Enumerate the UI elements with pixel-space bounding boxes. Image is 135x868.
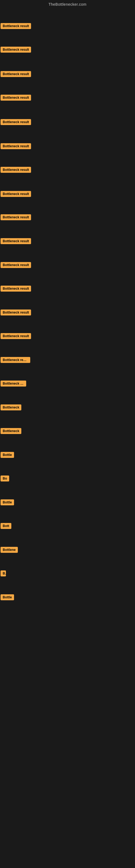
bottleneck-badge-container-21: Bottle (1, 499, 14, 506)
bottleneck-badge-container-25: Bottle (1, 594, 14, 601)
bottleneck-badge-container-5: Bottleneck result (1, 119, 31, 126)
bottleneck-badge-13[interactable]: Bottleneck result (1, 310, 31, 315)
bottleneck-badge-container-4: Bottleneck result (1, 95, 31, 102)
bottleneck-badge-container-7: Bottleneck result (1, 167, 31, 174)
bottleneck-badge-19[interactable]: Bottle (1, 452, 14, 458)
bottleneck-badge-22[interactable]: Bott (1, 523, 11, 529)
bottleneck-badge-container-17: Bottleneck (1, 404, 21, 411)
bottleneck-badge-container-6: Bottleneck result (1, 143, 31, 150)
bottleneck-badge-21[interactable]: Bottle (1, 499, 14, 505)
bottleneck-badge-6[interactable]: Bottleneck result (1, 143, 31, 149)
bottleneck-badge-container-18: Bottleneck (1, 428, 21, 435)
bottleneck-badge-7[interactable]: Bottleneck result (1, 167, 31, 173)
bottleneck-badge-container-23: Bottlene (1, 547, 18, 554)
bottleneck-badge-container-2: Bottleneck result (1, 46, 31, 54)
bottleneck-badge-16[interactable]: Bottleneck result (1, 380, 26, 386)
bottleneck-badge-container-11: Bottleneck result (1, 262, 31, 269)
bottleneck-badge-18[interactable]: Bottleneck (1, 428, 21, 434)
bottleneck-badge-3[interactable]: Bottleneck result (1, 71, 31, 77)
bottleneck-badge-15[interactable]: Bottleneck result (1, 357, 30, 363)
bottleneck-badge-container-22: Bott (1, 523, 11, 530)
bottleneck-badge-12[interactable]: Bottleneck result (1, 286, 31, 291)
bottleneck-badge-container-16: Bottleneck result (1, 380, 26, 388)
bottleneck-badge-10[interactable]: Bottleneck result (1, 238, 31, 244)
bottleneck-badge-4[interactable]: Bottleneck result (1, 95, 31, 101)
bottleneck-badge-24[interactable]: B (1, 570, 6, 577)
bottleneck-badge-23[interactable]: Bottlene (1, 547, 18, 553)
bottleneck-badge-container-19: Bottle (1, 452, 14, 459)
bottleneck-badge-1[interactable]: Bottleneck result (1, 23, 31, 29)
bottleneck-badge-8[interactable]: Bottleneck result (1, 191, 31, 197)
bottleneck-badge-container-9: Bottleneck result (1, 214, 31, 221)
bottleneck-badge-20[interactable]: Bo (1, 475, 9, 482)
bottleneck-badge-9[interactable]: Bottleneck result (1, 214, 31, 220)
bottleneck-badge-14[interactable]: Bottleneck result (1, 333, 31, 339)
bottleneck-badge-container-10: Bottleneck result (1, 238, 31, 245)
bottleneck-badge-container-1: Bottleneck result (1, 23, 31, 30)
bottleneck-badge-container-3: Bottleneck result (1, 71, 31, 78)
bottleneck-badge-container-24: B (1, 570, 6, 578)
bottleneck-badge-container-20: Bo (1, 475, 9, 483)
bottleneck-badge-container-12: Bottleneck result (1, 286, 31, 293)
bottleneck-badge-17[interactable]: Bottleneck (1, 404, 21, 410)
bottleneck-badge-container-8: Bottleneck result (1, 191, 31, 198)
bottleneck-badge-5[interactable]: Bottleneck result (1, 119, 31, 125)
bottleneck-badge-container-15: Bottleneck result (1, 357, 30, 364)
bottleneck-badge-container-13: Bottleneck result (1, 310, 31, 316)
bottleneck-badge-11[interactable]: Bottleneck result (1, 262, 31, 268)
bottleneck-badge-2[interactable]: Bottleneck result (1, 46, 31, 53)
bottleneck-badge-25[interactable]: Bottle (1, 594, 14, 600)
bottleneck-badge-container-14: Bottleneck result (1, 333, 31, 340)
site-title: TheBottlenecker.com (0, 0, 135, 8)
